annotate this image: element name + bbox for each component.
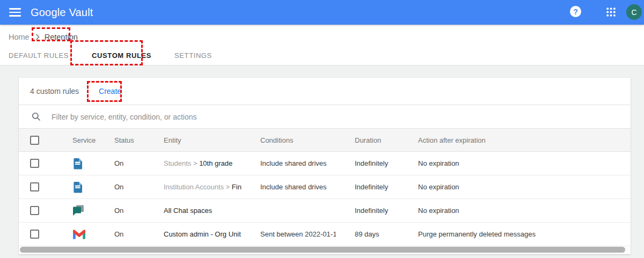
- column-header-status: Status: [96, 136, 145, 144]
- entity-cell: Custom admin - Org Unit: [145, 230, 241, 238]
- entity-cell: Students > 10th grade: [145, 159, 241, 167]
- select-all-checkbox[interactable]: [30, 136, 39, 145]
- help-icon[interactable]: ?: [570, 6, 581, 17]
- tab-settings[interactable]: SETTINGS: [174, 51, 212, 60]
- duration-cell: 89 days: [336, 230, 399, 238]
- status-cell: On: [96, 159, 145, 167]
- app-title: Google Vault: [31, 6, 93, 19]
- row-checkbox[interactable]: [30, 159, 39, 168]
- apps-grid-icon[interactable]: [606, 7, 616, 17]
- action-cell: No expiration: [399, 183, 631, 191]
- conditions-cell: Include shared drives: [241, 159, 336, 167]
- action-cell: No expiration: [399, 207, 631, 215]
- horizontal-scrollbar[interactable]: [20, 247, 625, 253]
- hamburger-menu-icon[interactable]: [9, 8, 21, 17]
- tab-custom-rules[interactable]: CUSTOM RULES: [92, 51, 151, 60]
- sub-header: Home Retention DEFAULT RULES CUSTOM RULE…: [0, 25, 644, 65]
- row-checkbox[interactable]: [30, 206, 39, 215]
- table-row[interactable]: On All Chat spaces Indefinitely No expir…: [19, 199, 631, 223]
- table-row[interactable]: On Custom admin - Org Unit Sent between …: [19, 223, 631, 246]
- status-cell: On: [96, 230, 145, 238]
- status-cell: On: [96, 183, 145, 191]
- filter-bar: [19, 105, 631, 129]
- panel-header: 4 custom rules Create: [19, 78, 631, 105]
- duration-cell: Indefinitely: [336, 159, 399, 167]
- column-header-service: Service: [55, 136, 96, 144]
- rule-count-label: 4 custom rules: [30, 87, 79, 95]
- create-rule-button[interactable]: Create: [99, 87, 121, 95]
- table-row[interactable]: On Institution Accounts > Finance Includ…: [19, 175, 631, 199]
- search-icon: [32, 112, 41, 121]
- column-header-entity: Entity: [145, 136, 241, 144]
- drive-icon: [73, 158, 83, 169]
- row-checkbox[interactable]: [30, 182, 39, 191]
- duration-cell: Indefinitely: [336, 207, 399, 215]
- column-header-duration: Duration: [336, 136, 399, 144]
- column-header-conditions: Conditions: [241, 136, 336, 144]
- entity-cell: Institution Accounts > Finance: [145, 183, 241, 191]
- table-header-row: Service Status Entity Conditions Duratio…: [19, 129, 631, 152]
- drive-icon: [73, 181, 83, 193]
- conditions-cell: Sent between 2022-01-19 an…: [241, 230, 336, 238]
- tab-bar: DEFAULT RULES CUSTOM RULES SETTINGS: [9, 47, 212, 64]
- chat-icon: [73, 205, 84, 216]
- chevron-right-icon: [35, 34, 40, 40]
- filter-input[interactable]: [52, 113, 427, 121]
- column-header-action: Action after expiration: [399, 136, 631, 144]
- duration-cell: Indefinitely: [336, 183, 399, 191]
- app-bar: Google Vault ? C: [0, 0, 644, 25]
- custom-rules-panel: 4 custom rules Create Service Status Ent…: [19, 78, 631, 254]
- tab-default-rules[interactable]: DEFAULT RULES: [9, 51, 69, 60]
- action-cell: No expiration: [399, 159, 631, 167]
- breadcrumb: Home Retention: [9, 30, 78, 44]
- gmail-icon: [73, 230, 85, 239]
- status-cell: On: [96, 207, 145, 215]
- avatar[interactable]: C: [626, 4, 642, 20]
- table-row[interactable]: On Students > 10th grade Include shared …: [19, 152, 631, 175]
- action-cell: Purge permanently deleted messages: [399, 230, 631, 238]
- row-checkbox[interactable]: [30, 230, 39, 239]
- conditions-cell: Include shared drives: [241, 183, 336, 191]
- breadcrumb-retention: Retention: [45, 33, 78, 41]
- breadcrumb-home[interactable]: Home: [9, 33, 30, 41]
- entity-cell: All Chat spaces: [145, 207, 241, 215]
